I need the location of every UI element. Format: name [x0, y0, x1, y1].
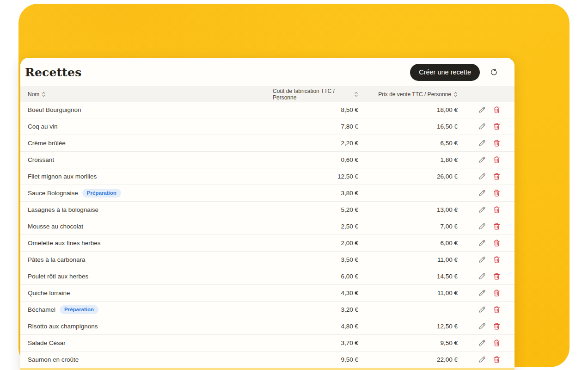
table-row[interactable]: Omelette aux fines herbes 2,00 € 6,00 €: [20, 235, 514, 252]
edit-icon[interactable]: [478, 189, 486, 197]
price-value: 12,50 €: [358, 323, 458, 330]
price-value: 6,00 €: [358, 240, 458, 247]
row-actions: [458, 206, 501, 214]
row-actions: [458, 306, 501, 314]
preparation-badge: Préparation: [60, 305, 98, 314]
edit-icon[interactable]: [478, 339, 486, 347]
table-row[interactable]: Salade César 3,70 € 9,50 €: [20, 335, 514, 352]
edit-icon[interactable]: [478, 222, 486, 230]
table-row[interactable]: Béchamel Préparation 3,20 €: [20, 302, 514, 318]
price-value: 14,50 €: [358, 273, 458, 280]
table-row[interactable]: Lasagnes à la bolognaise 5,20 € 13,00 €: [20, 202, 514, 218]
delete-icon[interactable]: [493, 123, 501, 130]
edit-icon[interactable]: [478, 206, 486, 214]
price-value: 9,50 €: [358, 339, 458, 346]
recipe-name-cell: Mousse au chocolat: [28, 223, 273, 230]
edit-icon[interactable]: [478, 306, 486, 314]
price-value: 13,00 €: [358, 206, 458, 213]
page-title: Recettes: [25, 66, 410, 79]
edit-icon[interactable]: [478, 156, 486, 164]
table-row[interactable]: Poulet rôti aux herbes 6,00 € 14,50 €: [20, 268, 514, 285]
column-header-cost[interactable]: Coût de fabrication TTC / Personne: [273, 88, 358, 101]
delete-icon[interactable]: [493, 306, 501, 314]
row-actions: [458, 222, 501, 230]
column-header-price[interactable]: Prix de vente TTC / Personne: [358, 91, 458, 98]
cost-value: 3,20 €: [273, 306, 358, 313]
table-row[interactable]: Filet mignon aux morilles 12,50 € 26,00 …: [20, 168, 514, 185]
column-header-name[interactable]: Nom: [28, 91, 273, 98]
table-row[interactable]: Quiche lorraine 4,30 € 11,00 €: [20, 285, 514, 302]
recipe-name-cell: Boeuf Bourguignon: [28, 106, 273, 113]
delete-icon[interactable]: [493, 189, 501, 197]
cost-value: 4,80 €: [273, 323, 358, 330]
delete-icon[interactable]: [493, 272, 501, 280]
refresh-icon[interactable]: [489, 67, 499, 77]
delete-icon[interactable]: [493, 139, 501, 147]
table-row[interactable]: Risotto aux champignons 4,80 € 12,50 €: [20, 318, 514, 335]
recipe-name: Omelette aux fines herbes: [28, 240, 101, 247]
table-body: Boeuf Bourguignon 8,50 € 18,00 €: [20, 102, 514, 368]
row-actions: [458, 156, 501, 164]
edit-icon[interactable]: [478, 356, 486, 364]
table-row[interactable]: Crème brûlée 2,20 € 6,50 €: [20, 135, 514, 152]
recipe-name-cell: Quiche lorraine: [28, 290, 273, 296]
price-value: 7,00 €: [358, 223, 458, 230]
edit-icon[interactable]: [478, 289, 486, 297]
delete-icon[interactable]: [493, 173, 501, 180]
cost-value: 3,70 €: [273, 339, 358, 346]
cost-value: 9,50 €: [273, 356, 358, 363]
recipe-name: Lasagnes à la bolognaise: [28, 206, 98, 213]
delete-icon[interactable]: [493, 106, 501, 114]
delete-icon[interactable]: [493, 222, 501, 230]
cost-value: 2,50 €: [273, 223, 358, 230]
row-actions: [458, 173, 501, 180]
recipe-name-cell: Crème brûlée: [28, 140, 273, 147]
recipe-name: Crème brûlée: [28, 140, 66, 147]
delete-icon[interactable]: [493, 156, 501, 164]
sort-icon: [453, 91, 458, 98]
edit-icon[interactable]: [478, 106, 486, 114]
cost-value: 3,50 €: [273, 256, 358, 263]
cost-value: 3,80 €: [273, 190, 358, 197]
table-row[interactable]: Pâtes à la carbonara 3,50 € 11,00 €: [20, 252, 514, 268]
edit-icon[interactable]: [478, 239, 486, 247]
table-row[interactable]: Sauce Bolognaise Préparation 3,80 €: [20, 185, 514, 202]
price-value: 16,50 €: [358, 123, 458, 130]
edit-icon[interactable]: [478, 256, 486, 264]
table-row[interactable]: Mousse au chocolat 2,50 € 7,00 €: [20, 218, 514, 235]
row-actions: [458, 256, 501, 264]
cost-value: 6,00 €: [273, 273, 358, 280]
price-value: 11,00 €: [358, 256, 458, 263]
delete-icon[interactable]: [493, 256, 501, 264]
delete-icon[interactable]: [493, 322, 501, 330]
edit-icon[interactable]: [478, 139, 486, 147]
recipe-name-cell: Lasagnes à la bolognaise: [28, 206, 273, 213]
recipe-name-cell: Croissant: [28, 156, 273, 163]
recipes-panel: Recettes Créer une recette Nom Coût de: [20, 58, 514, 370]
create-recipe-button[interactable]: Créer une recette: [410, 64, 480, 81]
delete-icon[interactable]: [493, 356, 501, 364]
recipe-name-cell: Risotto aux champignons: [28, 323, 273, 330]
row-actions: [458, 272, 501, 280]
recipe-name: Pâtes à la carbonara: [28, 256, 86, 263]
recipe-name-cell: Filet mignon aux morilles: [28, 173, 273, 180]
delete-icon[interactable]: [493, 289, 501, 297]
sort-icon: [42, 91, 46, 98]
table-row[interactable]: Coq au vin 7,80 € 16,50 €: [20, 118, 514, 135]
delete-icon[interactable]: [493, 339, 501, 347]
delete-icon[interactable]: [493, 206, 501, 214]
table-row[interactable]: Croissant 0,60 € 1,80 €: [20, 152, 514, 168]
recipe-name-cell: Saumon en croûte: [28, 356, 273, 363]
edit-icon[interactable]: [478, 173, 486, 180]
table-row[interactable]: Saumon en croûte 9,50 € 22,00 €: [20, 352, 514, 368]
edit-icon[interactable]: [478, 272, 486, 280]
recipe-name: Risotto aux champignons: [28, 323, 98, 330]
delete-icon[interactable]: [493, 239, 501, 247]
edit-icon[interactable]: [478, 322, 486, 330]
recipe-name: Poulet rôti aux herbes: [28, 273, 88, 280]
recipe-name: Saumon en croûte: [28, 356, 79, 363]
table-row[interactable]: Boeuf Bourguignon 8,50 € 18,00 €: [20, 102, 514, 118]
edit-icon[interactable]: [478, 123, 486, 130]
row-actions: [458, 322, 501, 330]
price-value: 1,80 €: [358, 156, 458, 163]
